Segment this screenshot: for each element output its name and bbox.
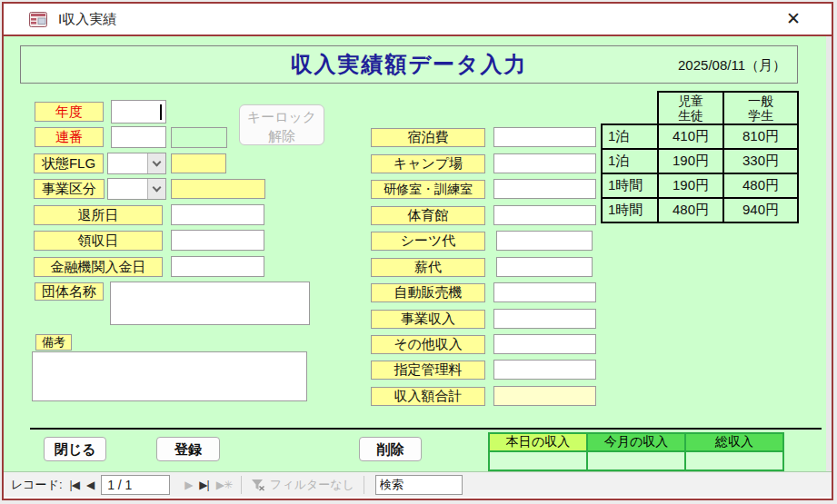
register-button[interactable]: 登録 [156,437,220,461]
unit-cell: 1時間 [602,173,658,198]
app-window: I収入実績 ✕ 収入実績額データ入力 2025/08/11（月） 年度 連番 状… [2,2,833,500]
col-header-child: 児童 生徒 [658,92,723,124]
income-input-shukuhaku[interactable] [493,127,596,147]
separator [364,476,364,494]
income-input-taiikukan[interactable] [493,205,596,225]
kinyu-nyukinbi-label: 金融機関入金日 [34,257,163,277]
total-income-value [685,451,783,470]
col-header-general: 一般 学生 [723,92,798,124]
unit-cell: 1時間 [602,198,658,222]
text-cursor [160,104,162,120]
jigyo-kubun-combobox[interactable] [107,178,166,200]
first-record-icon[interactable]: |◀ [70,479,79,491]
biko-input[interactable] [32,351,307,401]
filter-status[interactable]: フィルターなし [251,477,354,493]
current-date: 2025/08/11（月） [678,57,786,74]
section-divider [30,428,822,430]
general-price: 480円 [723,173,798,198]
dantai-meisho-label: 団体名称 [35,282,104,301]
income-input-sheets[interactable] [496,231,593,251]
record-nav-label: レコード: [11,477,63,493]
renban-input[interactable] [111,126,166,148]
window-title: I収入実績 [58,11,116,28]
income-input-sonota[interactable] [493,334,596,354]
month-income-header: 今月の収入 [587,433,685,451]
record-navigation-bar: レコード: |◀ ◀ 1 / 1 ▶ ▶| ▶✳ フィルターなし [4,471,832,497]
blank-cell [602,92,658,124]
income-input-camp[interactable] [493,153,596,173]
delete-button[interactable]: 削除 [359,437,422,461]
filter-icon [251,479,265,491]
renban-sub-field [171,127,227,148]
income-label-maki: 薪代 [371,258,485,277]
month-income-value [587,451,685,470]
renban-label: 連番 [35,127,104,147]
price-reference-table: 児童 生徒 一般 学生 1泊 410円 810円 1泊 190円 330円 1時… [601,91,799,223]
chevron-down-icon [153,183,162,193]
unit-cell: 1泊 [602,124,658,149]
income-input-shitei[interactable] [493,360,596,380]
today-income-header: 本日の収入 [489,433,587,451]
income-input-jigyo[interactable] [493,309,596,329]
unit-cell: 1泊 [602,149,658,173]
dropdown-button[interactable] [147,153,165,173]
biko-label: 備考 [35,334,72,351]
last-record-icon[interactable]: ▶| [199,479,208,491]
income-label-camp: キャンプ場 [371,154,485,173]
income-total-field [493,386,596,406]
general-price: 810円 [723,124,798,149]
separator [241,476,242,494]
child-price: 410円 [658,124,723,149]
dantai-meisho-input[interactable] [110,282,310,325]
dropdown-button[interactable] [147,179,165,199]
today-income-value [489,451,587,470]
income-label-shitei: 指定管理料 [371,361,485,380]
income-label-jigyo: 事業収入 [371,310,485,329]
child-price: 480円 [658,198,723,222]
chevron-down-icon [153,158,162,167]
jigyo-kubun-desc-field [171,179,265,199]
table-row: 1泊 190円 330円 [602,149,798,173]
form-icon [29,12,47,27]
previous-record-icon[interactable]: ◀ [86,479,94,491]
jigyo-kubun-label: 事業区分 [34,179,105,199]
close-icon[interactable]: ✕ [786,9,801,29]
nendo-input[interactable] [111,100,166,124]
search-input[interactable] [375,475,463,495]
income-input-jihanki[interactable] [493,282,596,302]
form-header: 収入実績額データ入力 2025/08/11（月） [20,45,798,84]
jotai-flg-combobox[interactable] [107,153,166,174]
income-input-maki[interactable] [496,257,593,277]
income-label-kenshu: 研修室・訓練室 [371,180,485,199]
filter-label: フィルターなし [270,477,354,493]
right-gap [826,36,832,471]
income-label-taiikukan: 体育館 [371,206,485,225]
table-row: 1泊 410円 810円 [602,124,798,149]
combo-value [108,179,147,199]
income-input-kenshu[interactable] [493,179,596,199]
kinyu-nyukinbi-input[interactable] [171,256,264,277]
child-price: 190円 [658,173,723,198]
ryoshubi-input[interactable] [171,230,264,251]
total-income-header: 総収入 [685,433,783,451]
record-position-box[interactable]: 1 / 1 [101,475,170,495]
combo-value [108,153,147,173]
next-record-icon[interactable]: ▶ [184,479,192,491]
title-bar: I収入実績 ✕ [4,4,832,36]
income-label-sonota: その他収入 [371,335,485,354]
form-body: 収入実績額データ入力 2025/08/11（月） 年度 連番 状態FLG 事業区… [4,36,832,471]
taishobi-input[interactable] [171,204,264,225]
new-record-icon[interactable]: ▶✳ [216,479,232,491]
keylock-release-button[interactable]: キーロック 解除 [239,104,324,145]
nendo-label: 年度 [35,102,104,122]
income-summary-table: 本日の収入 今月の収入 総収入 [488,432,784,471]
close-button[interactable]: 閉じる [44,437,106,461]
income-label-shukuhaku: 宿泊費 [371,128,485,147]
general-price: 330円 [723,149,798,173]
child-price: 190円 [658,149,723,173]
ryoshubi-label: 領収日 [34,231,163,251]
table-row: 1時間 190円 480円 [602,173,798,198]
jotai-flg-label: 状態FLG [34,153,104,173]
taishobi-label: 退所日 [34,205,163,225]
income-label-jihanki: 自動販売機 [371,283,485,302]
